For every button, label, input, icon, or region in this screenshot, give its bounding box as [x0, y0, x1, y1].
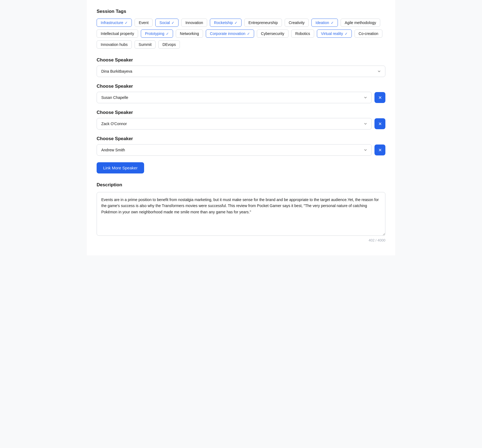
tag-social[interactable]: Social✓ [155, 19, 178, 27]
tag-label-prototyping: Prototyping [145, 31, 164, 36]
tag-label-corporate-innovation: Corporate innovation [210, 31, 245, 36]
checkmark-icon-corporate-innovation: ✓ [247, 32, 250, 36]
tag-label-virtual-reality: Virtual reality [321, 31, 343, 36]
tag-label-intellectual-property: Intellectual property [101, 31, 134, 36]
checkmark-icon-virtual-reality: ✓ [345, 32, 348, 36]
main-container: Session Tags Infrastructure✓EventSocial✓… [87, 0, 395, 255]
speaker-title-4: Choose Speaker [97, 136, 385, 142]
tag-intellectual-property[interactable]: Intellectual property [97, 30, 138, 38]
speaker-select-3[interactable]: Zack O'Connor [97, 118, 372, 129]
speaker-title-2: Choose Speaker [97, 84, 385, 89]
checkmark-icon-rocketship: ✓ [234, 21, 237, 25]
speaker-row-1: Dina Burkitbayeva [97, 66, 385, 77]
tag-label-summit: Summit [139, 42, 151, 47]
tag-label-ideation: Ideation [316, 20, 329, 25]
tag-corporate-innovation[interactable]: Corporate innovation✓ [206, 30, 254, 38]
tag-label-creativity: Creativity [289, 20, 305, 25]
speaker-select-4[interactable]: Andrew Smith [97, 144, 372, 156]
tag-cybersecurity[interactable]: Cybersecurity [257, 30, 288, 38]
tag-label-networking: Networking [180, 31, 199, 36]
tag-co-creation[interactable]: Co-creation [355, 30, 382, 38]
tag-innovation-hubs[interactable]: Innovation hubs [97, 40, 132, 49]
tag-label-innovation: Innovation [185, 20, 203, 25]
tag-label-innovation-hubs: Innovation hubs [101, 42, 128, 47]
tag-label-robotics: Robotics [295, 31, 310, 36]
session-tags-section: Session Tags Infrastructure✓EventSocial✓… [97, 9, 385, 49]
checkmark-icon-social: ✓ [171, 21, 174, 25]
tag-summit[interactable]: Summit [135, 40, 156, 49]
tag-entrepreneurship[interactable]: Entrepreneurship [244, 19, 282, 27]
session-tags-title: Session Tags [97, 9, 385, 14]
close-icon: ✕ [378, 148, 382, 153]
link-more-speaker-button[interactable]: Link More Speaker [97, 162, 144, 173]
description-textarea[interactable] [97, 192, 385, 236]
tag-innovation[interactable]: Innovation [181, 19, 207, 27]
speaker-row-2: Susan Chapelle✕ [97, 92, 385, 103]
tag-label-co-creation: Co-creation [359, 31, 378, 36]
speaker-section-3: Choose SpeakerZack O'Connor✕ [97, 110, 385, 129]
speaker-select-2[interactable]: Susan Chapelle [97, 92, 372, 103]
description-section: Description 402 / 4000 [97, 182, 385, 242]
speaker-section-4: Choose SpeakerAndrew Smith✕ [97, 136, 385, 156]
tag-ideation[interactable]: Ideation✓ [311, 19, 338, 27]
checkmark-icon-ideation: ✓ [331, 21, 334, 25]
tag-prototyping[interactable]: Prototyping✓ [141, 30, 173, 38]
tag-label-entrepreneurship: Entrepreneurship [248, 20, 278, 25]
speaker-title-3: Choose Speaker [97, 110, 385, 115]
tag-label-social: Social [159, 20, 170, 25]
remove-speaker-button-3[interactable]: ✕ [374, 118, 385, 129]
tag-event[interactable]: Event [135, 19, 153, 27]
speakers-container: Choose SpeakerDina BurkitbayevaChoose Sp… [97, 57, 385, 156]
speaker-row-3: Zack O'Connor✕ [97, 118, 385, 129]
close-icon: ✕ [378, 121, 382, 126]
tags-container: Infrastructure✓EventSocial✓InnovationRoc… [97, 19, 385, 49]
tag-devops[interactable]: DEvops [158, 40, 180, 49]
remove-speaker-button-2[interactable]: ✕ [374, 92, 385, 103]
char-count: 402 / 4000 [97, 238, 385, 242]
tag-agile-methodology[interactable]: Agile methodology [341, 19, 380, 27]
close-icon: ✕ [378, 95, 382, 100]
tag-label-devops: DEvops [162, 42, 176, 47]
checkmark-icon-prototyping: ✓ [166, 32, 169, 36]
checkmark-icon-infrastructure: ✓ [125, 21, 128, 25]
speaker-section-2: Choose SpeakerSusan Chapelle✕ [97, 84, 385, 103]
tag-label-cybersecurity: Cybersecurity [261, 31, 284, 36]
speaker-row-4: Andrew Smith✕ [97, 144, 385, 156]
speaker-title-1: Choose Speaker [97, 57, 385, 63]
tag-robotics[interactable]: Robotics [291, 30, 314, 38]
tag-label-event: Event [139, 20, 148, 25]
tag-networking[interactable]: Networking [176, 30, 203, 38]
tag-virtual-reality[interactable]: Virtual reality✓ [317, 30, 352, 38]
tag-label-agile-methodology: Agile methodology [345, 20, 376, 25]
tag-label-rocketship: Rocketship [214, 20, 233, 25]
remove-speaker-button-4[interactable]: ✕ [374, 145, 385, 155]
speaker-section-1: Choose SpeakerDina Burkitbayeva [97, 57, 385, 77]
tag-label-infrastructure: Infrastructure [101, 20, 123, 25]
tag-rocketship[interactable]: Rocketship✓ [210, 19, 242, 27]
tag-creativity[interactable]: Creativity [285, 19, 309, 27]
tag-infrastructure[interactable]: Infrastructure✓ [97, 19, 132, 27]
description-title: Description [97, 182, 385, 188]
speaker-select-1[interactable]: Dina Burkitbayeva [97, 66, 385, 77]
